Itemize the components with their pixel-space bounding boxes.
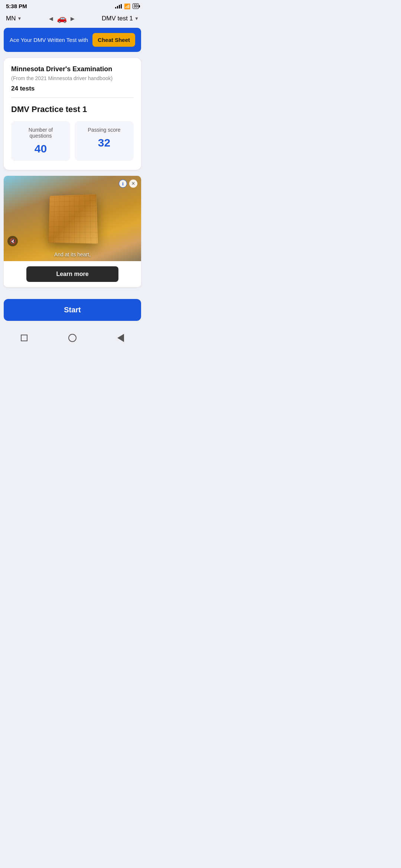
ad-image: i × 🔇 And at its heart, [4, 176, 141, 261]
ad-controls: i × [119, 180, 137, 188]
bottom-nav [0, 328, 145, 349]
signal-bars-icon [115, 4, 122, 9]
status-bar: 5:38 PM 📶 33 [0, 0, 145, 11]
exam-info-card: Minnesota Driver's Examination (From the… [4, 58, 141, 170]
ad-cube-pattern [48, 194, 98, 244]
back-arrow-icon [117, 334, 124, 342]
nav-bar: MN ▼ ◀ 🚗 ▶ DMV test 1 ▼ [0, 11, 145, 28]
start-section: Start [0, 293, 145, 328]
test-dropdown-arrow-icon: ▼ [134, 16, 139, 21]
num-questions-label: Number of questions [17, 127, 64, 139]
nav-home-button[interactable] [67, 333, 78, 343]
status-icons: 📶 33 [115, 3, 139, 9]
practice-test-title: DMV Practice test 1 [11, 105, 134, 114]
divider [11, 98, 134, 98]
test-label: DMV test 1 [102, 15, 133, 22]
learn-more-button[interactable]: Learn more [26, 266, 118, 282]
state-label: MN [6, 15, 16, 22]
state-dropdown-arrow-icon: ▼ [17, 16, 22, 21]
ad-mute-icon[interactable]: 🔇 [7, 236, 18, 246]
exam-subtitle: (From the 2021 Minnesota driver handbook… [11, 75, 134, 81]
prev-arrow-icon[interactable]: ◀ [49, 16, 53, 22]
cheat-sheet-button[interactable]: Cheat Sheet [92, 33, 135, 47]
nav-center: ◀ 🚗 ▶ [49, 14, 75, 23]
passing-score-box: Passing score 32 [75, 121, 134, 161]
cheat-sheet-banner[interactable]: Ace Your DMV Written Test with Cheat She… [4, 28, 141, 52]
circle-icon [68, 334, 76, 342]
start-button[interactable]: Start [4, 299, 141, 321]
banner-text: Ace Your DMV Written Test with [10, 37, 88, 43]
exam-title: Minnesota Driver's Examination [11, 65, 134, 73]
ad-caption: And at its heart, [4, 251, 141, 257]
square-icon [21, 335, 27, 341]
battery-icon: 33 [133, 3, 139, 9]
wifi-icon: 📶 [124, 3, 130, 9]
ad-container: i × 🔇 And at its heart, Learn more [4, 176, 141, 287]
ad-info-icon[interactable]: i [119, 180, 127, 188]
car-icon: 🚗 [57, 14, 67, 23]
num-questions-value: 40 [35, 142, 47, 155]
next-arrow-icon[interactable]: ▶ [71, 16, 75, 22]
ad-cube-visual [48, 194, 98, 244]
exam-tests-count: 24 tests [11, 85, 134, 92]
nav-square-button[interactable] [19, 333, 29, 343]
passing-score-label: Passing score [88, 127, 121, 133]
passing-score-value: 32 [98, 137, 110, 149]
test-selector[interactable]: DMV test 1 ▼ [102, 15, 139, 22]
ad-learn-more-section: Learn more [4, 261, 141, 287]
state-selector[interactable]: MN ▼ [6, 15, 22, 22]
nav-back-button[interactable] [115, 333, 126, 343]
num-questions-box: Number of questions 40 [11, 121, 70, 161]
status-time: 5:38 PM [6, 3, 27, 9]
ad-close-icon[interactable]: × [129, 180, 137, 188]
stats-row: Number of questions 40 Passing score 32 [11, 121, 134, 161]
